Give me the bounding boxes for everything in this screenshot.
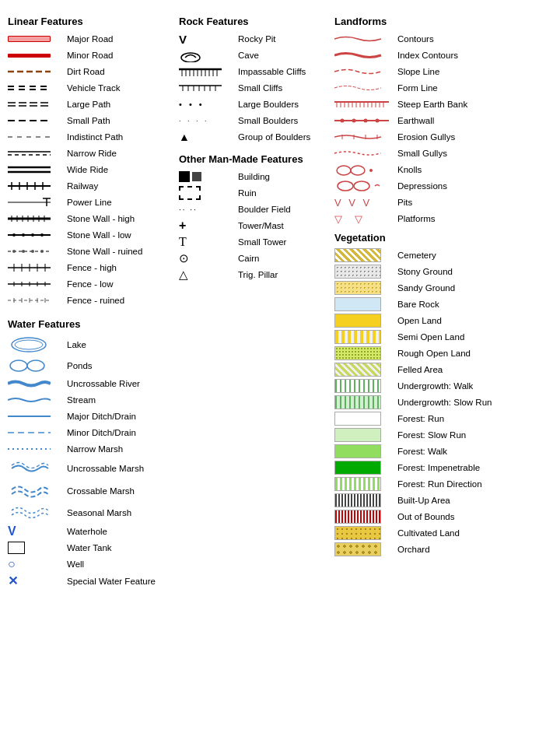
list-item: ○ Well — [8, 557, 173, 571]
felled-area-symbol — [334, 363, 393, 377]
stony-ground-symbol — [334, 265, 393, 279]
earthwall-symbol — [334, 117, 393, 124]
vehicle-track-label: Vehicle Track — [67, 83, 173, 93]
erosion-gullys-label: Erosion Gullys — [397, 132, 552, 142]
forest-walk-symbol — [334, 444, 393, 458]
dirt-road-symbol — [8, 68, 62, 75]
stone-wall-high-label: Stone Wall - high — [67, 214, 173, 223]
list-item: Uncrossable River — [8, 377, 173, 391]
well-symbol: ○ — [8, 557, 62, 571]
vehicle-track-symbol — [8, 86, 62, 90]
uncrossable-marsh-symbol — [8, 459, 62, 478]
lake-label: Lake — [67, 340, 173, 349]
orchard-symbol — [334, 542, 393, 556]
fence-low-symbol — [8, 280, 62, 288]
list-item: Stone Wall - high — [8, 212, 173, 226]
waterhole-label: Waterhole — [67, 527, 173, 536]
man-made-title: Other Man-Made Features — [179, 153, 328, 165]
list-item: Major Road — [8, 32, 173, 46]
list-item: Seasonal Marsh — [8, 503, 173, 522]
cemetery-label: Cemetery — [397, 251, 552, 260]
list-item: Stone Wall - low — [8, 228, 173, 242]
list-item: Stony Ground — [334, 265, 552, 279]
undergrowth-slow-symbol — [334, 395, 393, 409]
list-item: Minor Road — [8, 48, 173, 62]
felled-area-label: Felled Area — [397, 365, 552, 374]
forest-impenetrable-label: Forest: Impenetrable — [397, 463, 552, 472]
svg-point-104 — [337, 166, 351, 175]
impassable-cliffs-label: Impassable Cliffs — [238, 67, 328, 76]
forest-run-dir-label: Forest: Run Direction — [397, 479, 552, 489]
list-item: Minor Ditch/Drain — [8, 426, 173, 440]
special-water-icon: ✕ — [8, 573, 18, 588]
building-icon — [179, 171, 201, 182]
cemetery-swatch — [334, 248, 381, 262]
semi-open-land-label: Semi Open Land — [397, 332, 552, 342]
platforms-icon: ▽ ▽ — [334, 213, 367, 225]
list-item: Ponds — [8, 357, 173, 374]
large-boulders-icon: • • • — [179, 100, 205, 109]
list-item: Felled Area — [334, 363, 552, 377]
wide-ride-label: Wide Ride — [67, 165, 173, 174]
stone-wall-high-symbol — [8, 215, 62, 223]
undergrowth-slow-label: Undergrowth: Slow Run — [397, 398, 552, 407]
ruin-symbol — [179, 186, 233, 200]
knolls-symbol — [334, 163, 393, 177]
list-item: Crossable Marsh — [8, 481, 173, 501]
major-ditch-label: Major Ditch/Drain — [67, 412, 173, 421]
open-land-swatch — [334, 314, 381, 328]
fence-high-symbol — [8, 263, 62, 272]
list-item: Out of Bounds — [334, 510, 552, 524]
boulder-field-symbol: ·· ·· — [179, 205, 233, 214]
indistinct-path-symbol — [8, 135, 62, 139]
minor-ditch-symbol — [8, 430, 62, 435]
major-ditch-symbol — [8, 414, 62, 419]
boulder-field-icon: ·· ·· — [179, 205, 198, 214]
water-tank-label: Water Tank — [67, 543, 173, 552]
trig-pillar-symbol: △ — [179, 268, 233, 282]
forest-slow-label: Forest: Slow Run — [397, 430, 552, 440]
list-item: Small Gullys — [334, 146, 552, 160]
bare-rock-label: Bare Rock — [397, 300, 552, 309]
list-item: Power Line — [8, 195, 173, 209]
cultivated-land-symbol — [334, 526, 393, 540]
large-boulders-symbol: • • • — [179, 100, 233, 109]
list-item: ⊙ Cairn — [179, 251, 328, 265]
group-boulders-symbol: ▲ — [179, 131, 233, 143]
list-item: Built-Up Area — [334, 493, 552, 507]
special-water-label: Special Water Feature — [67, 577, 173, 586]
list-item: Erosion Gullys — [334, 130, 552, 144]
list-item: Semi Open Land — [334, 330, 552, 344]
rocky-pit-icon: V — [179, 33, 187, 46]
narrow-ride-label: Narrow Ride — [67, 149, 173, 158]
ruin-icon — [179, 186, 201, 200]
tower-mast-icon: + — [179, 219, 186, 233]
major-road-label: Major Road — [67, 34, 173, 44]
rock-features-title: Rock Features — [179, 16, 328, 27]
narrow-marsh-label: Narrow Marsh — [67, 444, 173, 454]
cave-label: Cave — [238, 51, 328, 60]
contours-label: Contours — [397, 34, 552, 44]
list-item: V Rocky Pit — [179, 32, 328, 46]
rocky-pit-symbol: V — [179, 33, 233, 46]
vegetation-title: Vegetation — [334, 232, 552, 244]
boulder-field-label: Boulder Field — [238, 205, 328, 214]
semi-open-land-symbol — [334, 330, 393, 344]
steep-earth-bank-symbol — [334, 100, 393, 109]
linear-features-title: Linear Features — [8, 16, 173, 27]
list-item: △ Trig. Pillar — [179, 268, 328, 282]
pits-symbol: V V V — [334, 197, 393, 209]
svg-point-99 — [376, 119, 380, 123]
pits-icon: V V V — [334, 197, 372, 209]
open-land-label: Open Land — [397, 316, 552, 325]
list-item: Knolls — [334, 163, 552, 177]
small-gullys-symbol — [334, 149, 393, 157]
out-of-bounds-swatch — [334, 510, 381, 524]
svg-point-108 — [354, 181, 369, 191]
undergrowth-walk-symbol — [334, 379, 393, 393]
built-up-symbol — [334, 493, 393, 507]
stream-label: Stream — [67, 395, 173, 405]
water-features-title: Water Features — [8, 318, 173, 330]
form-line-label: Form Line — [397, 83, 552, 93]
list-item: Uncrossable Marsh — [8, 458, 173, 479]
